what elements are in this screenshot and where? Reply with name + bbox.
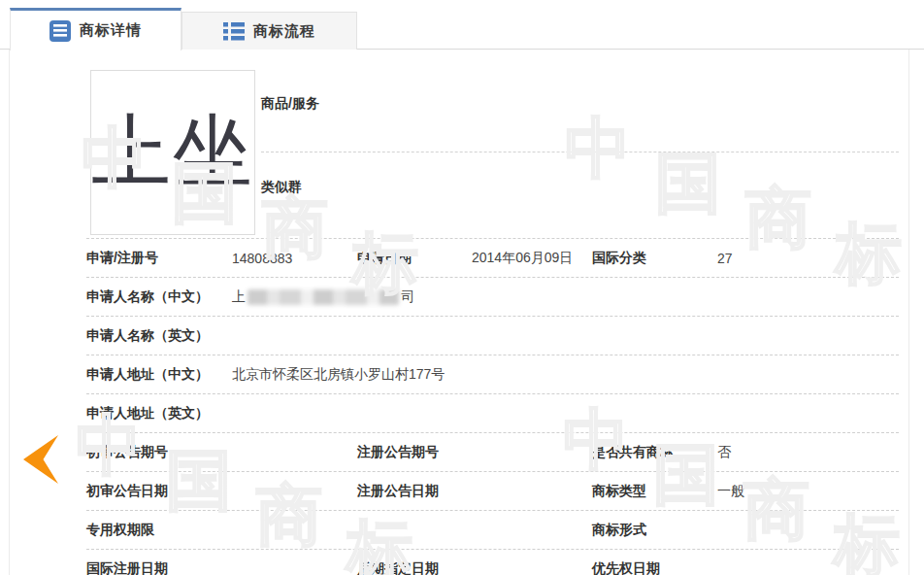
field-rows: 申请/注册号 14808883 申请日期 2014年06月09日 国际分类 27… xyxy=(10,239,908,575)
field-label: 国际注册日期 xyxy=(86,560,232,575)
field-label: 申请日期 xyxy=(357,250,472,267)
field-label: 商标类型 xyxy=(592,483,717,500)
trademark-image-text: 上坐 xyxy=(91,113,254,192)
list-icon xyxy=(223,20,245,42)
goods-services-label: 商品/服务 xyxy=(261,95,319,113)
field-label: 申请人名称（中文） xyxy=(86,288,232,306)
field-label: 初审公告期号 xyxy=(86,444,232,461)
field-label: 后期指定日期 xyxy=(357,560,472,575)
row-applicant-name-cn: 申请人名称（中文） 上 司 xyxy=(86,278,899,317)
redacted-suffix: 司 xyxy=(401,288,414,306)
row-applicant-address-cn: 申请人地址（中文） 北京市怀柔区北房镇小罗山村177号 xyxy=(86,355,899,394)
header-divider xyxy=(261,152,899,152)
field-label: 初审公告日期 xyxy=(86,483,232,500)
field-label: 专用权期限 xyxy=(86,522,232,539)
redacted-prefix: 上 xyxy=(232,288,246,306)
field-label: 商标形式 xyxy=(592,522,717,539)
row-applicant-name-en: 申请人名称（英文） xyxy=(86,317,899,355)
field-label: 申请人名称（英文） xyxy=(86,327,232,345)
field-label: 注册公告日期 xyxy=(357,483,472,500)
row-international-registration-date: 国际注册日期 后期指定日期 优先权日期 xyxy=(86,550,899,575)
row-preliminary-gazette-no: 初审公告期号 注册公告期号 是否共有商标 否 xyxy=(86,433,899,472)
field-label: 申请人地址（英文） xyxy=(86,405,232,423)
tab-details-label: 商标详情 xyxy=(80,21,142,40)
field-label: 优先权日期 xyxy=(592,560,717,575)
field-label: 申请人地址（中文） xyxy=(86,366,232,384)
redaction-blur xyxy=(248,289,399,305)
row-registration-number: 申请/注册号 14808883 申请日期 2014年06月09日 国际分类 27 xyxy=(86,239,899,278)
trademark-header-section: 上坐 商品/服务 类似群 xyxy=(10,50,908,239)
field-label: 是否共有商标 xyxy=(592,444,717,461)
tab-trademark-process[interactable]: 商标流程 xyxy=(182,12,357,50)
field-label: 申请/注册号 xyxy=(86,250,232,267)
tab-process-label: 商标流程 xyxy=(253,22,315,41)
field-value: 上 司 xyxy=(232,288,899,306)
field-value: 27 xyxy=(717,251,899,266)
field-value: 14808883 xyxy=(232,251,357,266)
field-value: 否 xyxy=(717,444,899,461)
row-preliminary-gazette-date: 初审公告日期 注册公告日期 商标类型 一般 xyxy=(86,472,899,511)
field-value: 2014年06月09日 xyxy=(472,250,592,267)
trademark-image: 上坐 xyxy=(90,70,255,235)
field-value: 北京市怀柔区北房镇小罗山村177号 xyxy=(232,366,899,384)
row-exclusive-right-period: 专用权期限 商标形式 xyxy=(86,511,899,550)
tab-bar: 商标详情 商标流程 xyxy=(0,0,924,50)
row-applicant-address-en: 申请人地址（英文） xyxy=(86,394,899,433)
document-list-icon xyxy=(50,20,71,42)
trademark-detail-panel: 上坐 商品/服务 类似群 申请/注册号 14808883 申请日期 2014年0… xyxy=(9,50,909,575)
field-label: 国际分类 xyxy=(592,250,717,267)
similar-group-label: 类似群 xyxy=(261,179,302,196)
field-value: 一般 xyxy=(717,483,899,500)
tab-trademark-details[interactable]: 商标详情 xyxy=(10,8,182,51)
field-label: 注册公告期号 xyxy=(357,444,472,461)
